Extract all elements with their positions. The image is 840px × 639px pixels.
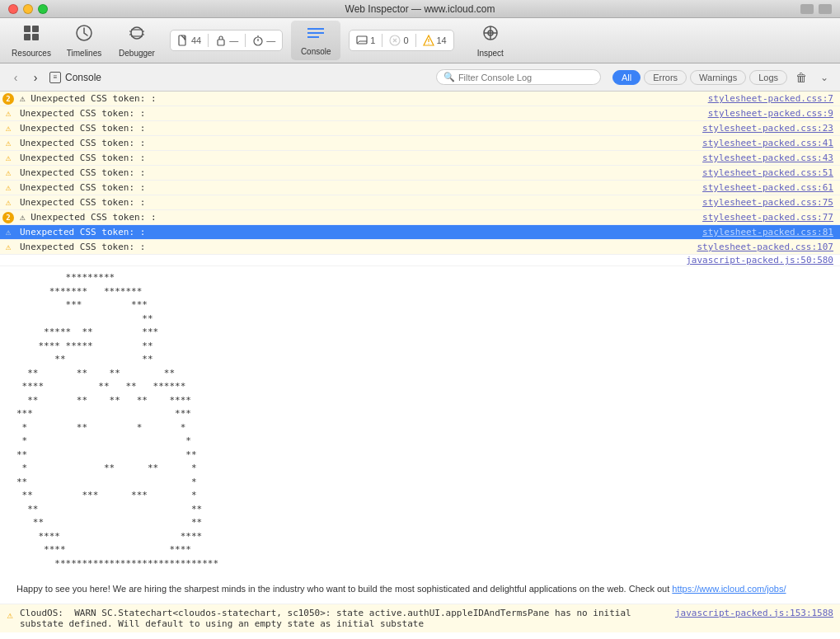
console-icon bbox=[306, 26, 326, 45]
lock-count: — bbox=[215, 35, 238, 46]
clear-console-button[interactable]: 🗑 bbox=[792, 68, 810, 87]
window-title: Web Inspector — www.icloud.com bbox=[345, 3, 495, 15]
warning-icon bbox=[423, 35, 434, 46]
settings-chevron[interactable]: ⌄ bbox=[815, 68, 833, 87]
log-source[interactable]: stylesheet-packed.css:7 bbox=[708, 93, 840, 104]
console-panel-label: Console bbox=[65, 72, 101, 83]
debugger-icon bbox=[128, 24, 146, 46]
log-source[interactable]: stylesheet-packed.css:23 bbox=[702, 123, 840, 134]
log-row: ⚠ Unexpected CSS token: : stylesheet-pac… bbox=[0, 136, 840, 151]
warn-icon-highlighted: ⚠ bbox=[0, 227, 16, 237]
count-divider2 bbox=[245, 34, 246, 47]
log-message: Unexpected CSS token: : bbox=[16, 153, 702, 163]
timer-dash: — bbox=[266, 35, 275, 45]
js-source-row: javascript-packed.js:50:580 bbox=[0, 255, 840, 266]
svg-rect-3 bbox=[32, 34, 39, 40]
svg-rect-14 bbox=[218, 40, 224, 45]
warn-icon: ⚠ bbox=[0, 138, 16, 148]
nav-arrows: ‹ › bbox=[7, 68, 45, 87]
log-source[interactable]: stylesheet-packed.css:61 bbox=[702, 182, 840, 193]
log-row: ⚠ Unexpected CSS token: : stylesheet-pac… bbox=[0, 151, 840, 166]
svg-rect-1 bbox=[32, 26, 39, 32]
log-message-highlighted: Unexpected CSS token: : bbox=[16, 227, 702, 237]
toolbar-debugger[interactable]: Debugger bbox=[112, 21, 162, 60]
warn-icon: ⚠ bbox=[0, 108, 16, 119]
log-source[interactable]: stylesheet-packed.css:77 bbox=[702, 212, 840, 223]
back-arrow[interactable]: ‹ bbox=[7, 68, 25, 87]
lock-icon bbox=[215, 35, 227, 46]
filter-logs-button[interactable]: Logs bbox=[749, 70, 787, 85]
hiring-link[interactable]: https://www.icloud.com/jobs/ bbox=[672, 584, 786, 594]
window-controls[interactable] bbox=[8, 4, 48, 14]
toolbar: Resources Timelines Debugger bbox=[0, 18, 840, 63]
warn-icon: ⚠ bbox=[0, 153, 16, 163]
svg-rect-2 bbox=[24, 34, 31, 40]
window-resize-buttons[interactable] bbox=[800, 4, 832, 14]
log-message: Unexpected CSS token: : bbox=[16, 123, 702, 134]
filter-all-button[interactable]: All bbox=[612, 70, 641, 85]
bottom-warn-icon: ⚠ bbox=[0, 608, 16, 621]
count-divider bbox=[208, 34, 209, 47]
maximize-button[interactable] bbox=[38, 4, 48, 14]
warn-badge-icon: 2 bbox=[0, 93, 16, 105]
error-divider bbox=[415, 34, 416, 47]
log-source[interactable]: stylesheet-packed.css:51 bbox=[702, 167, 840, 178]
log-source[interactable]: stylesheet-packed.css:107 bbox=[697, 242, 840, 252]
tile-left-button[interactable] bbox=[800, 4, 814, 14]
resources-icon bbox=[22, 24, 40, 46]
msg-divider bbox=[382, 34, 382, 47]
svg-point-5 bbox=[131, 27, 143, 39]
log-row: ⚠ Unexpected CSS token: : stylesheet-pac… bbox=[0, 181, 840, 195]
log-filter-buttons: All Errors Warnings Logs bbox=[612, 70, 787, 85]
log-source-highlighted[interactable]: stylesheet-packed.css:81 bbox=[702, 227, 840, 237]
filter-errors-button[interactable]: Errors bbox=[644, 70, 687, 85]
toolbar-inspect[interactable]: Inspect bbox=[466, 21, 515, 60]
log-row: ⚠ Unexpected CSS token: : stylesheet-pac… bbox=[0, 166, 840, 181]
log-row: ⚠ Unexpected CSS token: : stylesheet-pac… bbox=[0, 121, 840, 136]
warn-count: 14 bbox=[423, 35, 447, 46]
log-row: ⚠ Unexpected CSS token: : stylesheet-pac… bbox=[0, 240, 840, 255]
forward-arrow[interactable]: › bbox=[26, 68, 45, 87]
js-source-link[interactable]: javascript-packed.js:50:580 bbox=[686, 255, 833, 265]
log-row-selected[interactable]: ⚠ Unexpected CSS token: : stylesheet-pac… bbox=[0, 225, 840, 240]
log-source[interactable]: stylesheet-packed.css:41 bbox=[702, 138, 840, 148]
console-panel-icon: ≡ bbox=[49, 72, 61, 83]
warn-icon: ⚠ bbox=[0, 182, 16, 193]
error-count: 0 bbox=[389, 35, 408, 46]
file-count: 44 bbox=[177, 35, 201, 46]
filter-warnings-button[interactable]: Warnings bbox=[690, 70, 746, 85]
file-icon bbox=[177, 35, 189, 46]
error-icon bbox=[389, 35, 401, 46]
log-message: ⚠ Unexpected CSS token: : bbox=[16, 93, 708, 104]
log-source[interactable]: stylesheet-packed.css:9 bbox=[708, 108, 840, 119]
log-message: Unexpected CSS token: : bbox=[16, 197, 702, 208]
log-message: Unexpected CSS token: : bbox=[16, 242, 697, 252]
minimize-button[interactable] bbox=[23, 4, 33, 14]
warn-icon: ⚠ bbox=[0, 242, 16, 252]
inspect-label: Inspect bbox=[477, 49, 504, 58]
tile-right-button[interactable] bbox=[819, 4, 832, 14]
filter-console-input[interactable] bbox=[458, 73, 594, 82]
log-message: Unexpected CSS token: : bbox=[16, 108, 708, 119]
log-source[interactable]: stylesheet-packed.css:43 bbox=[702, 153, 840, 163]
log-row: 2 ⚠ Unexpected CSS token: : stylesheet-p… bbox=[0, 92, 840, 106]
timelines-label: Timelines bbox=[67, 49, 101, 58]
ascii-art-output: ********* ******* ******* *** *** ** ***… bbox=[0, 266, 840, 576]
msg-count: 1 bbox=[356, 35, 375, 46]
lock-dash: — bbox=[229, 35, 238, 45]
filter-input-wrap[interactable]: 🔍 bbox=[436, 69, 601, 85]
toolbar-timelines[interactable]: Timelines bbox=[59, 21, 109, 60]
timer-count: — bbox=[252, 35, 275, 46]
log-message: ⚠ Unexpected CSS token: : bbox=[16, 212, 702, 223]
warn-count-badge: 2 bbox=[2, 93, 14, 105]
close-button[interactable] bbox=[8, 4, 18, 14]
warn-icon: ⚠ bbox=[0, 123, 16, 134]
warn-icon: ⚠ bbox=[0, 167, 16, 178]
toolbar-resources[interactable]: Resources bbox=[7, 21, 56, 60]
hiring-text: Happy to see you here! We are hiring the… bbox=[16, 584, 672, 594]
bottom-warn-message: CloudOS: WARN SC.Statechart<cloudos-stat… bbox=[16, 608, 675, 629]
toolbar-console[interactable]: Console bbox=[291, 21, 340, 60]
bottom-warn-source[interactable]: javascript-packed.js:153:1588 bbox=[675, 608, 840, 618]
log-source[interactable]: stylesheet-packed.css:75 bbox=[702, 197, 840, 208]
message-icon bbox=[356, 35, 368, 46]
